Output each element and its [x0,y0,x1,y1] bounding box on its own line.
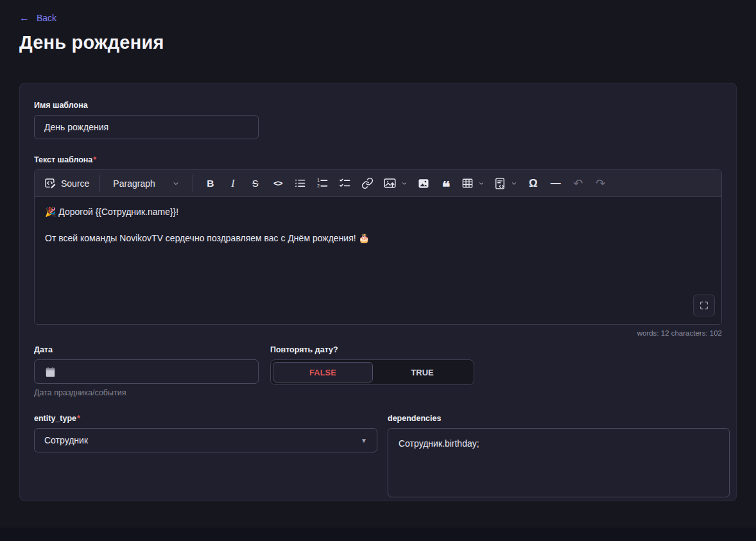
required-asterisk: * [77,414,80,423]
numbered-list-icon: 1 2 [316,177,329,189]
repeat-date-label: Повторять дату? [270,345,474,354]
page-title: День рождения [19,32,737,53]
template-name-input[interactable] [34,115,259,139]
toolbar-divider [99,175,100,192]
redo-button[interactable]: ↷ [590,173,611,194]
numbered-list-button[interactable]: 1 2 [312,173,333,194]
html-embed-button[interactable] [490,173,521,194]
image-filled-icon [417,177,430,190]
entity-type-select[interactable]: Сотрудник ▼ [34,428,377,452]
back-arrow-icon: ← [19,13,30,23]
undo-button[interactable]: ↶ [567,173,588,194]
bulleted-list-icon [294,177,306,189]
footer-bar [0,528,756,541]
paragraph-dropdown[interactable]: Paragraph [107,173,186,194]
bulleted-list-button[interactable] [289,173,311,194]
bold-button[interactable]: B [200,173,221,194]
horizontal-line-button[interactable]: — [545,173,566,194]
required-asterisk: * [93,155,96,164]
todo-list-button[interactable] [334,173,356,194]
entity-type-value: Сотрудник [44,435,88,445]
template-text-label-text: Текст шаблона [34,155,92,164]
dependencies-field: dependencies Сотрудник.birthday; [388,414,730,500]
link-icon [361,177,374,189]
html-embed-icon [494,177,506,190]
table-icon [461,177,474,189]
top-nav: ← Back [0,0,756,24]
dependencies-textarea[interactable]: Сотрудник.birthday; [388,428,730,497]
inline-code-button[interactable]: <> [267,173,288,194]
source-button[interactable]: Source [40,173,93,194]
italic-button[interactable]: I [222,173,243,194]
editor-paragraph: От всей команды NovikovTV сердечно поздр… [45,232,711,245]
todo-list-icon [339,177,351,189]
fullscreen-icon [699,300,709,311]
template-text-field: Текст шаблона* Source [34,155,722,337]
repeat-true-button[interactable]: TRUE [373,362,472,382]
template-name-label: Имя шаблона [34,101,722,110]
strikethrough-button[interactable]: S [245,173,266,194]
chevron-down-icon [478,180,485,187]
repeat-date-toggle: FALSE TRUE [270,359,474,385]
source-code-icon [44,177,56,190]
maximize-button[interactable] [693,295,715,316]
svg-text:2: 2 [318,184,320,188]
repeat-date-field: Повторять дату? FALSE TRUE [270,345,474,397]
template-text-label: Текст шаблона* [34,155,722,164]
image-upload-icon [383,176,397,190]
template-name-field: Имя шаблона [34,101,722,139]
link-button[interactable] [357,173,378,194]
entity-type-field: entity_type* Сотрудник ▼ [34,414,377,500]
special-characters-button[interactable]: Ω [522,173,544,194]
date-input[interactable] [34,359,259,384]
date-field: Дата Дата праздника/события [34,345,259,397]
editor-toolbar: Source Paragraph B I S <> [35,170,721,197]
back-label: Back [37,13,56,23]
entity-type-label-text: entity_type [34,414,76,423]
insert-image-button[interactable] [379,173,411,194]
word-character-counter: words: 12 characters: 102 [34,329,722,337]
template-form-card: Имя шаблона Текст шаблона* [19,83,737,501]
entity-dependencies-row: entity_type* Сотрудник ▼ dependencies Со… [34,414,722,500]
toolbar-divider [193,175,193,192]
editor-content[interactable]: 🎉 Дорогой {{Сотрудник.name}}! От всей ко… [35,197,721,324]
insert-table-button[interactable] [458,173,488,194]
date-repeat-row: Дата Дата праздника/события Повторять да… [34,345,722,397]
back-button[interactable]: ← Back [19,13,56,23]
page: ← Back День рождения Имя шаблона Текст ш… [0,0,756,501]
paragraph-label: Paragraph [113,178,155,189]
svg-text:1: 1 [318,178,320,182]
editor-paragraph: 🎉 Дорогой {{Сотрудник.name}}! [45,205,711,219]
date-hint: Дата праздника/события [34,388,259,397]
chevron-down-icon [511,180,517,187]
dependencies-label: dependencies [388,414,730,423]
dropdown-arrow-icon: ▼ [361,437,367,444]
source-label: Source [61,178,89,189]
block-quote-button[interactable]: ❝ [435,173,456,194]
chevron-down-icon [172,180,180,187]
repeat-false-button[interactable]: FALSE [273,362,373,382]
chevron-down-icon [401,180,408,187]
rich-text-editor: Source Paragraph B I S <> [34,169,722,325]
media-image-button[interactable] [413,173,434,194]
date-label: Дата [34,345,259,354]
calendar-icon [44,366,56,378]
entity-type-label: entity_type* [34,414,377,423]
